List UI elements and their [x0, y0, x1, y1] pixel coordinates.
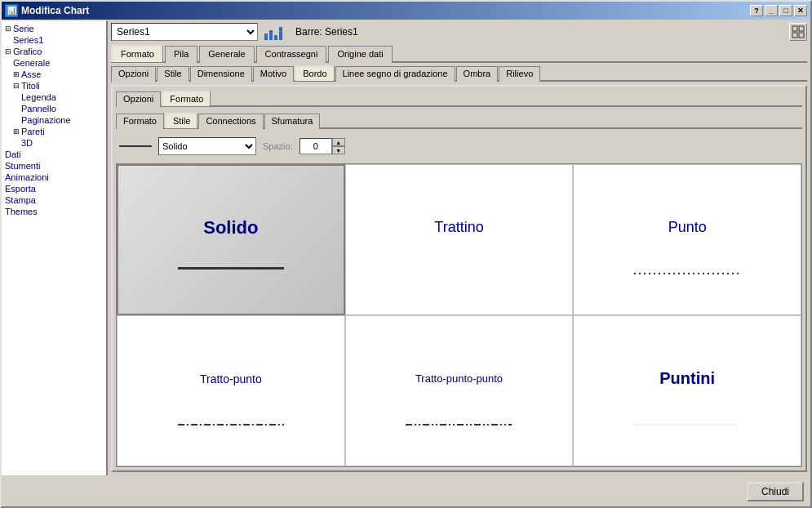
- style-cell-trattopuntopunto[interactable]: Tratto-punto-punto: [345, 315, 574, 466]
- tree-item-pareti[interactable]: ⊞ Pareti: [2, 126, 106, 137]
- tree-item-serie[interactable]: ⊟ Serie: [2, 23, 106, 34]
- tree-label-generale: Generale: [13, 58, 50, 68]
- line-type-dropdown[interactable]: Solido Trattino Punto Tratto-punto: [158, 137, 256, 155]
- tree-item-generale[interactable]: Generale: [2, 57, 106, 69]
- tree-label-stumenti: Stumenti: [5, 161, 40, 171]
- style-grid: Solido Trattino Punto: [116, 163, 802, 467]
- tree-label-stampa: Stampa: [5, 195, 36, 205]
- subtab-motivo[interactable]: Motivo: [253, 66, 294, 82]
- subtab-ombra[interactable]: Ombra: [456, 66, 499, 82]
- tab-generale[interactable]: Generale: [199, 46, 254, 63]
- line-trattino: [406, 266, 512, 270]
- style-label-trattopunto: Tratto-punto: [200, 372, 262, 385]
- tree-item-grafico[interactable]: ⊟ Grafico: [2, 46, 106, 57]
- style-cell-trattopunto[interactable]: Tratto-punto: [117, 315, 345, 466]
- tree-item-stumenti[interactable]: Stumenti: [2, 160, 106, 172]
- tree-panel: ⊟ Serie Series1 ⊟ Grafico Generale ⊞ Ass…: [2, 20, 108, 475]
- line-solido: [178, 267, 284, 270]
- tree-label-serie: Serie: [13, 24, 34, 33]
- innertab-opzioni[interactable]: Opzioni: [116, 91, 161, 107]
- minimize-button[interactable]: _: [765, 5, 778, 16]
- style-label-trattino: Trattino: [434, 219, 483, 236]
- formattab-stile[interactable]: Stile: [165, 113, 197, 128]
- tree-label-esporta: Esporta: [5, 184, 36, 194]
- tree-item-titoli[interactable]: ⊟ Titoli: [2, 80, 106, 91]
- inner-tab-bar: Opzioni Formato: [116, 90, 802, 107]
- formattab-sfumatura[interactable]: Sfumatura: [264, 114, 321, 129]
- grid-button[interactable]: [789, 23, 807, 41]
- space-input[interactable]: 0: [300, 138, 332, 154]
- series-row: Series1 Barre: Series1: [111, 23, 807, 41]
- bar-icon-1: [264, 33, 268, 40]
- style-label-punto: Punto: [668, 219, 707, 236]
- tree-label-legenda: Legenda: [21, 92, 56, 102]
- maximize-button[interactable]: □: [779, 5, 792, 16]
- space-input-group: 0 ▲ ▼: [300, 138, 345, 154]
- style-cell-puntini[interactable]: Puntini: [573, 315, 801, 466]
- tree-item-esporta[interactable]: Esporta: [2, 183, 106, 194]
- main-tab-bar: Formato Pila Generale Contrassegni Origi…: [111, 44, 807, 63]
- content-area: ⊟ Serie Series1 ⊟ Grafico Generale ⊞ Ass…: [2, 20, 810, 475]
- style-cell-solido[interactable]: Solido: [117, 164, 345, 315]
- dashdot-svg: [178, 423, 284, 426]
- line-preview-small: [119, 145, 152, 147]
- main-panel: Opzioni Formato Formato Stile Connection…: [111, 85, 807, 472]
- subtab-dimensione[interactable]: Dimensione: [190, 66, 252, 82]
- bar-icon-3: [274, 35, 277, 40]
- tree-label-3d: 3D: [21, 138, 33, 148]
- finedot-svg: [634, 423, 740, 426]
- window-icon: 📊: [5, 4, 18, 17]
- subtab-bordo[interactable]: Bordo: [295, 65, 334, 81]
- formattab-formato[interactable]: Formato: [116, 114, 164, 129]
- innertab-formato[interactable]: Formato: [162, 91, 211, 106]
- tab-origine-dati[interactable]: Origine dati: [328, 46, 392, 63]
- dot-svg: [634, 272, 740, 275]
- tree-item-series1[interactable]: Series1: [2, 34, 106, 46]
- subtab-stile[interactable]: Stile: [157, 66, 189, 82]
- spin-down-button[interactable]: ▼: [332, 146, 345, 154]
- spin-up-button[interactable]: ▲: [332, 138, 345, 146]
- tree-item-paginazione[interactable]: Paginazione: [2, 114, 106, 126]
- line-style-row: Solido Trattino Punto Tratto-punto Spazi…: [116, 134, 802, 158]
- tab-formato[interactable]: Formato: [111, 45, 163, 62]
- close-button[interactable]: ✕: [794, 5, 807, 16]
- main-window: 📊 Modifica Chart ? _ □ ✕ ⊟ Serie Series1…: [0, 0, 812, 508]
- help-button[interactable]: ?: [750, 5, 763, 16]
- grid-icon: [792, 25, 805, 38]
- series-dropdown[interactable]: Series1: [111, 23, 258, 41]
- dashdotdot-svg: [406, 423, 512, 426]
- title-bar: 📊 Modifica Chart ? _ □ ✕: [2, 2, 810, 20]
- subtab-opzioni[interactable]: Opzioni: [111, 66, 156, 82]
- tree-label-series1: Series1: [13, 35, 43, 45]
- line-punto: [634, 266, 740, 270]
- tree-item-3d[interactable]: 3D: [2, 137, 106, 149]
- style-label-solido: Solido: [203, 217, 258, 238]
- formattab-connections[interactable]: Connections: [198, 114, 263, 129]
- chart-bar-icon: [264, 24, 282, 40]
- tree-item-pannello[interactable]: Pannello: [2, 103, 106, 114]
- tree-label-grafico: Grafico: [13, 47, 42, 56]
- close-chiudi-button[interactable]: Chiudi: [747, 482, 804, 501]
- style-cell-punto[interactable]: Punto: [573, 164, 801, 315]
- bottom-bar: Chiudi: [2, 477, 810, 506]
- tree-label-dati: Dati: [5, 149, 21, 159]
- tree-item-animazioni[interactable]: Animazioni: [2, 172, 106, 183]
- tab-pila[interactable]: Pila: [165, 46, 197, 63]
- style-cell-trattino[interactable]: Trattino: [345, 164, 574, 315]
- tree-item-themes[interactable]: Themes: [2, 206, 106, 217]
- tree-item-legenda[interactable]: Legenda: [2, 91, 106, 103]
- style-label-trattopuntopunto: Tratto-punto-punto: [415, 372, 503, 385]
- subtab-rilievo[interactable]: Rilievo: [499, 66, 540, 82]
- subtab-linee[interactable]: Linee segno di gradazione: [335, 66, 455, 82]
- title-bar-buttons: ? _ □ ✕: [750, 5, 807, 16]
- tab-contrassegni[interactable]: Contrassegni: [256, 46, 327, 63]
- tree-label-animazioni: Animazioni: [5, 172, 49, 182]
- bar-icon-4: [279, 27, 282, 40]
- expand-icon-grafico: ⊟: [5, 47, 11, 56]
- svg-rect-0: [792, 26, 797, 31]
- bar-icon-2: [269, 30, 273, 40]
- tree-item-asse[interactable]: ⊞ Asse: [2, 69, 106, 80]
- tree-item-stampa[interactable]: Stampa: [2, 194, 106, 206]
- title-bar-left: 📊 Modifica Chart: [5, 4, 89, 17]
- tree-item-dati[interactable]: Dati: [2, 149, 106, 160]
